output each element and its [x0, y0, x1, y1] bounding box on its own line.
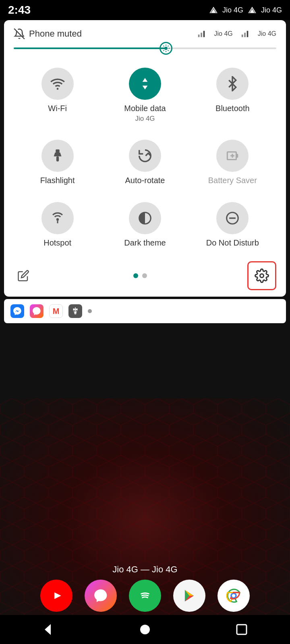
back-button[interactable] [41, 622, 56, 637]
battery-saver-label: Battery Saver [208, 176, 257, 185]
dark-theme-icon [137, 211, 153, 226]
toggle-battery-saver[interactable]: Battery Saver [189, 133, 276, 192]
notification-dot [88, 309, 92, 313]
carrier-label-1: Jio 4G [214, 30, 233, 37]
gmail-icon: M [49, 304, 63, 318]
signal-icon-2 [248, 6, 256, 14]
signal-label-1: Jio 4G [222, 6, 243, 14]
play-app-icon[interactable] [173, 580, 205, 612]
battery-saver-circle[interactable] [216, 140, 249, 172]
hotspot-icon [50, 211, 65, 226]
signal-strength-icon-1 [197, 29, 206, 38]
messenger-svg [12, 306, 22, 316]
mobile-data-circle[interactable] [129, 68, 161, 100]
toggle-flashlight[interactable]: Flashlight [14, 133, 101, 192]
svg-point-13 [164, 47, 167, 50]
quick-settings-panel: Phone muted Jio 4G Jio 4G [4, 20, 286, 297]
toggle-dark-theme[interactable]: Dark theme [101, 196, 188, 254]
svg-rect-10 [242, 35, 243, 37]
usb-svg [71, 307, 80, 316]
status-time: 2:43 [8, 4, 31, 17]
svg-point-40 [139, 589, 151, 602]
auto-rotate-icon [137, 148, 153, 163]
svg-marker-44 [45, 624, 51, 635]
brightness-row[interactable] [14, 47, 276, 49]
toggle-dnd[interactable]: Do Not Disturb [189, 196, 276, 254]
page-dot-2 [142, 273, 147, 278]
dark-theme-label: Dark theme [124, 238, 166, 248]
bluetooth-icon [225, 76, 240, 91]
nav-bar [0, 615, 290, 644]
settings-button[interactable] [247, 261, 276, 290]
youtube-app-icon[interactable] [40, 580, 72, 612]
wifi-icon [50, 76, 65, 91]
svg-line-18 [164, 46, 164, 47]
flashlight-label: Flashlight [40, 176, 75, 185]
dark-theme-circle[interactable] [129, 202, 161, 234]
bluetooth-label: Bluetooth [215, 104, 250, 113]
svg-marker-39 [54, 592, 61, 599]
dnd-label: Do Not Disturb [206, 238, 259, 248]
svg-line-20 [168, 46, 169, 47]
home-button[interactable] [138, 622, 152, 637]
hotspot-label: Hotspot [44, 238, 71, 248]
mobile-data-icon [137, 76, 153, 91]
chrome-app-icon[interactable] [218, 580, 250, 612]
spotify-svg [137, 588, 153, 603]
toggle-wifi[interactable]: Wi-Fi [14, 61, 101, 129]
bluetooth-circle[interactable] [216, 68, 249, 100]
svg-rect-7 [198, 35, 199, 37]
svg-line-6 [14, 29, 25, 39]
mobile-data-sublabel: Jio 4G [135, 115, 155, 123]
usb-icon [68, 304, 82, 318]
page-indicators [133, 273, 147, 278]
svg-line-19 [168, 50, 169, 51]
edit-button[interactable] [14, 266, 33, 285]
svg-point-45 [140, 625, 150, 634]
svg-point-22 [56, 88, 58, 90]
messenger-app-icon[interactable] [85, 580, 117, 612]
phone-muted-left: Phone muted [14, 28, 82, 39]
spotify-app-icon[interactable] [129, 580, 161, 612]
brightness-sun-icon [162, 44, 170, 53]
toggle-mobile-data[interactable]: Mobile data Jio 4G [101, 61, 188, 129]
play-svg [182, 588, 197, 603]
status-bar: 2:43 Jio 4G Jio 4G [0, 0, 290, 20]
carrier-label-2: Jio 4G [258, 30, 276, 37]
recents-icon [234, 622, 249, 637]
svg-rect-11 [244, 33, 246, 37]
svg-rect-9 [203, 31, 205, 37]
svg-line-21 [164, 50, 164, 51]
notification-bar: M [4, 299, 286, 323]
toggle-bluetooth[interactable]: Bluetooth [189, 61, 276, 129]
status-icons: Jio 4G Jio 4G [209, 6, 282, 14]
auto-rotate-label: Auto-rotate [125, 176, 165, 185]
toggle-hotspot[interactable]: Hotspot [14, 196, 101, 254]
dnd-circle[interactable] [216, 202, 249, 234]
svg-rect-46 [237, 625, 246, 634]
svg-rect-23 [56, 149, 60, 153]
home-icon [138, 622, 152, 637]
brightness-track[interactable] [14, 47, 276, 49]
svg-rect-26 [236, 154, 238, 158]
wifi-circle[interactable] [41, 68, 74, 100]
messenger-app-svg [93, 588, 108, 603]
wifi-label: Wi-Fi [48, 104, 67, 113]
flashlight-circle[interactable] [41, 140, 74, 172]
settings-icon [255, 268, 269, 283]
edit-icon [17, 270, 29, 282]
messenger2-icon [30, 304, 44, 318]
wallpaper-area: Jio 4G — Jio 4G [0, 398, 290, 644]
battery-saver-icon [225, 148, 240, 163]
hotspot-circle[interactable] [41, 202, 74, 234]
brightness-fill [14, 47, 166, 49]
recents-button[interactable] [234, 622, 249, 637]
signal-indicators: Jio 4G Jio 4G [197, 29, 277, 38]
toggle-auto-rotate[interactable]: Auto-rotate [101, 133, 188, 192]
dock: Jio 4G — Jio 4G [0, 564, 290, 612]
brightness-thumb[interactable] [160, 42, 172, 55]
auto-rotate-circle[interactable] [129, 140, 161, 172]
phone-muted-label: Phone muted [29, 29, 82, 39]
svg-point-34 [260, 274, 264, 278]
chrome-svg [226, 588, 241, 603]
